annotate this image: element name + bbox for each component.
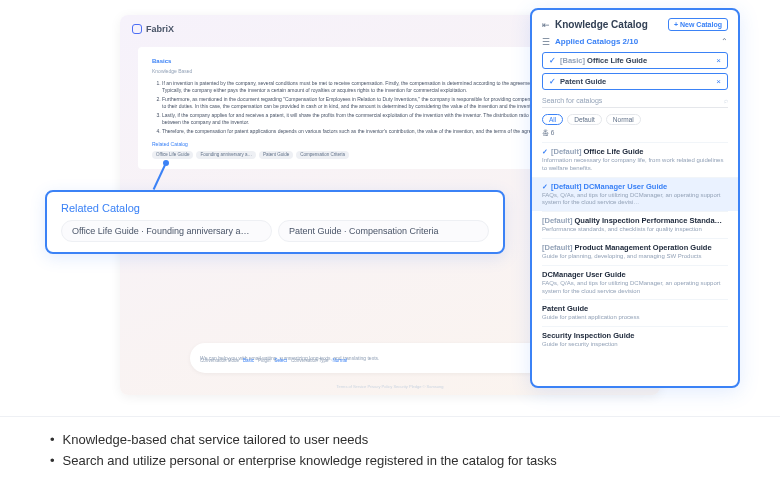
callout-pill[interactable]: Patent Guide · Compensation Criteria [278, 220, 489, 242]
pin-icon[interactable]: ⇤ [542, 20, 551, 29]
item-desc: Guide for planning, developing, and mana… [542, 253, 728, 261]
applied-catalogs-label[interactable]: Applied Catalogs 2/10 [555, 37, 721, 46]
item-desc: Guide for security inspection [542, 341, 728, 349]
knowledge-catalog-panel: ⇤ Knowledge Catalog + New Catalog ☰ Appl… [530, 8, 740, 388]
app-logo-icon [132, 24, 142, 34]
chip[interactable]: Founding anniversary a… [196, 151, 256, 160]
related-catalog-callout: Related Catalog Office Life Guide · Foun… [45, 190, 505, 254]
chip[interactable]: Compensation Criteria [296, 151, 349, 160]
item-desc: Performance standards, and checklists fo… [542, 226, 728, 234]
check-icon: ✓ [549, 77, 556, 86]
catalog-item[interactable]: DCManager User GuideFAQs, Q/As, and tips… [542, 265, 728, 300]
item-title: DCManager User Guide [542, 270, 626, 279]
catalog-item[interactable]: ✓[Default] DCManager User GuideFAQs, Q/A… [532, 177, 738, 212]
item-desc: FAQs, Q/As, and tips for utilizing DCMan… [542, 280, 728, 296]
panel-title: Knowledge Catalog [555, 19, 668, 30]
bullet-item: Search and utilize personal or enterpris… [50, 453, 750, 468]
item-title: Security Inspection Guide [542, 331, 635, 340]
catalog-item[interactable]: Security Inspection GuideGuide for secur… [542, 326, 728, 353]
search-placeholder: Search for catalogs [542, 97, 602, 104]
item-title: Patent Guide [542, 304, 588, 313]
feature-bullets: Knowledge-based chat service tailored to… [50, 432, 750, 474]
input-meta: Conversation ModeBasic PluginSelect Conv… [200, 358, 347, 363]
remove-tag-icon[interactable]: × [716, 77, 721, 86]
bullet-item: Knowledge-based chat service tailored to… [50, 432, 750, 447]
applied-tag: ✓ [Basic] Office Life Guide × [542, 52, 728, 69]
catalog-search-input[interactable]: Search for catalogs ⌕ [542, 94, 728, 108]
item-desc: Guide for patient application process [542, 314, 728, 322]
chip[interactable]: Office Life Guide [152, 151, 193, 160]
catalog-item[interactable]: [Default] Product Management Operation G… [542, 238, 728, 265]
catalog-item[interactable]: ✓[Default] Office Life GuideInformation … [542, 142, 728, 177]
item-title: Quality Inspection Performance Standa… [575, 216, 723, 225]
filter-row: All Default Normal [542, 114, 728, 125]
item-desc: FAQs, Q/As, and tips for utilizing DCMan… [542, 192, 728, 208]
chevron-up-icon[interactable]: ⌃ [721, 37, 728, 46]
item-prefix: [Default] [542, 243, 572, 252]
callout-pill[interactable]: Office Life Guide · Founding anniversary… [61, 220, 272, 242]
app-name: FabriX [146, 24, 174, 34]
item-prefix: [Default] [542, 216, 572, 225]
filter-default[interactable]: Default [567, 114, 602, 125]
item-prefix: [Default] [551, 147, 581, 156]
applied-tag: ✓ Patent Guide × [542, 73, 728, 90]
result-count: 총 6 [542, 129, 728, 138]
search-icon: ⌕ [724, 97, 728, 104]
item-desc: Information necessary for company life, … [542, 157, 728, 173]
item-prefix: [Default] [551, 182, 581, 191]
list-icon[interactable]: ☰ [542, 37, 551, 46]
catalog-item[interactable]: Patent GuideGuide for patient applicatio… [542, 299, 728, 326]
callout-title: Related Catalog [61, 202, 489, 214]
filter-all[interactable]: All [542, 114, 563, 125]
chip[interactable]: Patent Guide [259, 151, 293, 160]
item-title: DCManager User Guide [584, 182, 668, 191]
catalog-item[interactable]: [Default] Quality Inspection Performance… [542, 211, 728, 238]
check-icon: ✓ [542, 183, 548, 190]
section-divider [0, 416, 780, 417]
filter-normal[interactable]: Normal [606, 114, 641, 125]
item-title: Office Life Guide [584, 147, 644, 156]
remove-tag-icon[interactable]: × [716, 56, 721, 65]
check-icon: ✓ [549, 56, 556, 65]
check-icon: ✓ [542, 148, 548, 155]
item-title: Product Management Operation Guide [575, 243, 712, 252]
new-catalog-button[interactable]: + New Catalog [668, 18, 728, 31]
